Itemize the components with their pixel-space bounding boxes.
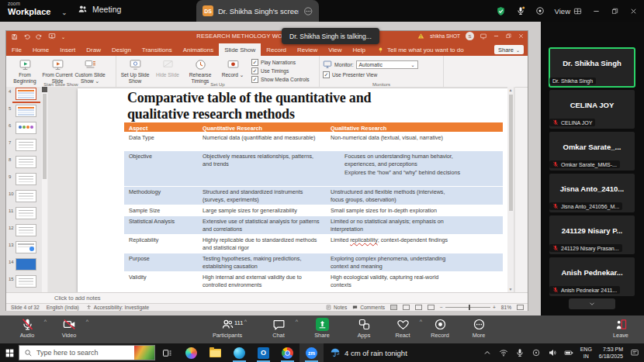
- chevron-up-icon[interactable]: ^: [296, 319, 298, 324]
- ppt-tab-design[interactable]: Design: [106, 43, 137, 56]
- checkbox-use-presenter-view[interactable]: ✓Use Presenter View: [323, 71, 418, 78]
- record-red-icon[interactable]: [227, 58, 240, 71]
- ppt-tab-transitions[interactable]: Transitions: [137, 43, 178, 56]
- tell-me-box[interactable]: Tell me what you want to do: [377, 47, 464, 53]
- slide-thumbnail-10[interactable]: 10: [6, 189, 48, 206]
- toolbar-button-share[interactable]: Share: [301, 318, 343, 339]
- slide-thumbnail-12[interactable]: 12: [6, 223, 48, 240]
- ppt-close-button[interactable]: [518, 33, 525, 40]
- slide-thumbnail-8[interactable]: 8: [6, 155, 48, 172]
- sidebar-scroll-down-button[interactable]: [569, 298, 615, 309]
- record-indicator-icon[interactable]: [535, 6, 545, 16]
- toolbar-button-video[interactable]: Video^: [48, 318, 90, 339]
- taskbar-app-copilot[interactable]: [179, 343, 203, 362]
- notes-pane[interactable]: Click to add notes: [6, 292, 528, 303]
- screen-play2-icon[interactable]: [51, 58, 64, 71]
- ribbon-button-set-up-slide-show[interactable]: Set Up Slide Show: [119, 57, 151, 79]
- ppt-tab-record[interactable]: Record: [261, 43, 292, 56]
- ellipsis-icon[interactable]: [303, 6, 313, 16]
- chevron-up-icon[interactable]: ^: [44, 319, 47, 324]
- ribbon-button-from-beginning[interactable]: From Beginning: [9, 57, 40, 79]
- checkbox-play-narrations[interactable]: ✓Play Narrations: [251, 59, 310, 66]
- taskbar-app-zoom[interactable]: zm: [299, 343, 324, 362]
- setup-icon[interactable]: [129, 58, 142, 71]
- ribbon-button-from-current-slide[interactable]: From Current Slide: [42, 57, 73, 79]
- toolbar-button-audio[interactable]: Audio^: [6, 318, 48, 339]
- hidden-icons-chevron-icon[interactable]: [483, 348, 492, 357]
- mic-tray-icon[interactable]: [515, 348, 525, 357]
- chevron-up-icon[interactable]: ^: [244, 319, 247, 324]
- ribbon-button-rehearse-timings[interactable]: Rehearse Timings: [185, 57, 216, 79]
- clock-icon[interactable]: [194, 58, 207, 71]
- slide-thumbnail-15[interactable]: 15: [6, 274, 48, 291]
- screen-play-icon[interactable]: [19, 58, 32, 71]
- view-reading-button[interactable]: [415, 305, 422, 310]
- speaker-icon[interactable]: [548, 348, 557, 357]
- custom-show-icon[interactable]: [84, 58, 97, 71]
- ppt-tab-insert[interactable]: Insert: [54, 43, 81, 56]
- sync-tray-icon[interactable]: [531, 348, 541, 357]
- avatar[interactable]: S: [466, 32, 474, 40]
- ppt-tab-view[interactable]: View: [323, 43, 347, 56]
- checkbox-use-timings[interactable]: ✓Use Timings: [251, 67, 310, 74]
- slide-thumbnail-9[interactable]: 9: [6, 172, 48, 189]
- slide-scrollbar[interactable]: ▲ ▼: [507, 87, 514, 292]
- view-button[interactable]: View: [555, 7, 582, 16]
- participant-tile[interactable]: CELINA JOYCELINA JOY: [549, 90, 635, 129]
- ribbon-button-record[interactable]: Record ⌄: [217, 57, 248, 79]
- mic-status-icon[interactable]: [516, 6, 525, 16]
- ppt-restore-button[interactable]: [505, 33, 512, 40]
- start-button[interactable]: [0, 343, 19, 362]
- accessibility-status[interactable]: Accessibility: Investigate: [86, 305, 149, 310]
- hide-slide-icon[interactable]: [161, 58, 175, 71]
- close-button[interactable]: [629, 7, 638, 16]
- zoom-percent[interactable]: 81%: [501, 305, 511, 310]
- language-indicator[interactable]: English (India): [47, 305, 79, 310]
- notes-toggle[interactable]: Notes: [326, 305, 347, 310]
- weather-widget[interactable]: 4 cm of rain tonight: [330, 347, 407, 358]
- tab-meeting[interactable]: Meeting: [78, 4, 121, 14]
- toolbar-button-apps[interactable]: Apps: [343, 318, 385, 339]
- zoom-slider[interactable]: −+: [440, 305, 496, 310]
- slide-thumbnail-14[interactable]: 14: [6, 257, 48, 274]
- toolbar-button-record[interactable]: Record: [419, 318, 461, 339]
- participant-tile[interactable]: Anish Pednekar...Anish Pednekar 2411...: [549, 257, 635, 296]
- ppt-share-button[interactable]: Share ⌄: [494, 45, 524, 54]
- taskbar-app-task-view[interactable]: [155, 343, 179, 362]
- ppt-tab-help[interactable]: Help: [348, 43, 371, 56]
- toolbar-button-react[interactable]: React^: [382, 318, 424, 339]
- toolbar-button-leave[interactable]: Leave: [600, 318, 642, 339]
- search-input[interactable]: Type here to search: [19, 345, 155, 360]
- ppt-tab-home[interactable]: Home: [27, 43, 54, 56]
- slide-thumbnail-6[interactable]: 6: [6, 121, 48, 138]
- slide-thumbnail-5[interactable]: 5: [6, 104, 48, 121]
- ppt-tab-animations[interactable]: Animations: [178, 43, 220, 56]
- tab-shared-screen[interactable]: DS Dr. Shikha Singh's screen: [196, 0, 319, 22]
- slide-thumbnail-13[interactable]: 13: [6, 240, 48, 257]
- slide-thumbnail-11[interactable]: 11: [6, 206, 48, 223]
- slide[interactable]: Comparative table of the quantitative an…: [78, 88, 512, 292]
- ppt-tab-file[interactable]: File: [6, 43, 27, 56]
- fit-slide-button[interactable]: [517, 305, 524, 310]
- participant-tile[interactable]: Jisna Anto_2410...Jisna Anto_241056_M...: [549, 174, 635, 212]
- taskbar-app-explorer[interactable]: [203, 343, 227, 362]
- ppt-tab-review[interactable]: Review: [292, 43, 323, 56]
- slide-canvas[interactable]: Comparative table of the quantitative an…: [48, 87, 515, 292]
- participant-tile[interactable]: Omkar Sarate_...Omkar Sarate_MMS-...: [549, 132, 635, 171]
- toolbar-button-participants[interactable]: Participants^111: [206, 318, 248, 339]
- ribbon-button-hide-slide[interactable]: Hide Slide: [152, 57, 183, 79]
- toolbar-button-chat[interactable]: Chat^: [258, 318, 299, 339]
- view-slideshow-button[interactable]: [428, 305, 435, 310]
- ribbon-display-icon[interactable]: [480, 33, 487, 40]
- slide-thumbnail-7[interactable]: 7: [6, 138, 48, 155]
- view-normal-button[interactable]: [390, 305, 397, 310]
- view-sorter-button[interactable]: [403, 305, 410, 310]
- ppt-tab-slide-show[interactable]: Slide Show: [219, 43, 261, 56]
- battery-icon[interactable]: [564, 348, 573, 357]
- comments-toggle[interactable]: Comments: [352, 305, 385, 310]
- wifi-icon[interactable]: [499, 348, 508, 357]
- action-center-icon[interactable]: [630, 348, 639, 357]
- language-switcher[interactable]: ENGIN: [580, 346, 592, 360]
- chevron-down-icon[interactable]: ⌄: [61, 9, 67, 16]
- chevron-up-icon[interactable]: ^: [86, 319, 88, 324]
